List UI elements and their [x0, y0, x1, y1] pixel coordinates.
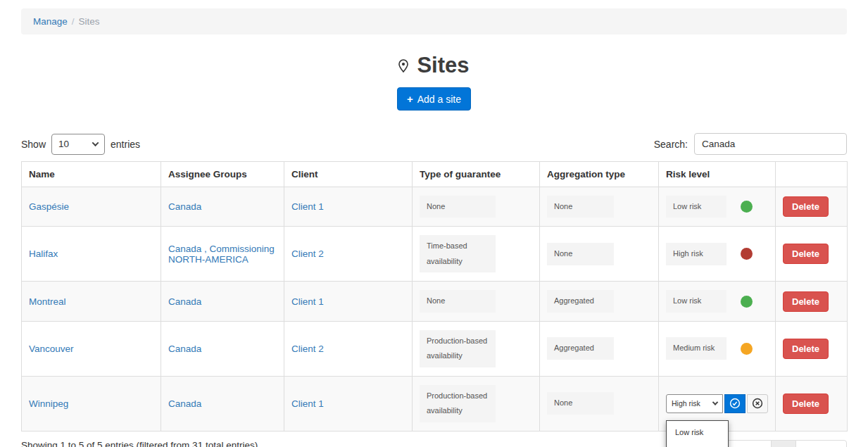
site-name-link[interactable]: Halifax	[29, 248, 58, 259]
column-header-name: Name	[22, 162, 161, 187]
table-row: Montreal Canada Client 1 None Aggregated…	[22, 282, 848, 321]
guarantee-value: Time-based availability	[420, 235, 496, 272]
search-input[interactable]	[694, 133, 847, 155]
delete-button[interactable]: Delete	[783, 339, 829, 359]
column-header-aggregation: Aggregation type	[540, 162, 659, 187]
risk-dot	[741, 343, 753, 355]
table-row: Vancouver Canada Client 2 Production-bas…	[22, 321, 848, 376]
risk-dot	[741, 201, 753, 213]
search-label: Search:	[654, 139, 688, 150]
add-site-button[interactable]: + Add a site	[397, 87, 471, 111]
pagination-next[interactable]: Next →	[795, 440, 847, 447]
guarantee-value: None	[420, 196, 496, 218]
risk-level-select[interactable]: High risk	[666, 394, 723, 413]
page-size-value: 10	[58, 139, 69, 149]
site-name-link[interactable]: Winnipeg	[29, 398, 68, 409]
site-name-link[interactable]: Vancouver	[29, 344, 74, 354]
risk-editor: High risk Low risk	[666, 394, 768, 413]
aggregation-value: None	[547, 392, 614, 414]
assignee-groups-link[interactable]: Canada	[168, 344, 201, 354]
client-link[interactable]: Client 1	[291, 398, 324, 409]
risk-value: Low risk	[666, 196, 727, 218]
map-marker-icon	[398, 59, 408, 73]
aggregation-value: None	[547, 243, 614, 265]
risk-value: Low risk	[666, 290, 727, 312]
chevron-down-icon	[712, 399, 718, 405]
site-name-link[interactable]: Montreal	[29, 296, 66, 307]
table-row: Halifax Canada , Commissioning NORTH-AME…	[22, 227, 848, 282]
breadcrumb-separator: /	[72, 16, 75, 27]
risk-dot	[741, 248, 753, 260]
guarantee-value: None	[420, 290, 496, 312]
times-circle-icon	[752, 398, 763, 409]
assignee-groups-link[interactable]: Canada	[168, 296, 201, 307]
assignee-groups-link[interactable]: Canada	[168, 398, 201, 409]
delete-button[interactable]: Delete	[783, 291, 829, 312]
breadcrumb: Manage/Sites	[21, 8, 847, 34]
dropdown-option-medium-risk[interactable]: Medium risk	[667, 443, 728, 447]
risk-value: High risk	[666, 243, 727, 265]
column-header-risk: Risk level	[659, 162, 776, 187]
guarantee-value: Production-based availability	[420, 330, 496, 367]
risk-level-selected-value: High risk	[672, 399, 700, 408]
plus-icon: +	[407, 93, 413, 105]
show-label: Show	[21, 139, 46, 150]
risk-level-dropdown: Low risk Medium risk High risk	[666, 420, 729, 447]
client-link[interactable]: Client 1	[291, 296, 324, 307]
page-size-select[interactable]: 10	[51, 134, 105, 155]
aggregation-value: None	[547, 196, 614, 218]
client-link[interactable]: Client 1	[291, 201, 324, 212]
table-row: Winnipeg Canada Client 1 Production-base…	[22, 376, 848, 431]
sites-table: Name Assignee Groups Client Type of guar…	[21, 161, 848, 432]
aggregation-value: Aggregated	[547, 290, 614, 312]
column-header-guarantee: Type of guarantee	[413, 162, 540, 187]
breadcrumb-current: Sites	[79, 16, 100, 27]
page-title-text: Sites	[417, 53, 469, 78]
risk-dot	[741, 296, 753, 308]
client-link[interactable]: Client 2	[291, 344, 324, 354]
aggregation-value: Aggregated	[547, 337, 614, 359]
page-title: Sites	[398, 53, 469, 78]
entries-label: entries	[111, 139, 140, 150]
confirm-risk-button[interactable]	[724, 394, 746, 413]
risk-value: Medium risk	[666, 337, 727, 359]
chevron-down-icon	[92, 139, 99, 146]
add-site-button-label: Add a site	[417, 94, 461, 105]
table-row: Gaspésie Canada Client 1 None None Low r…	[22, 187, 848, 227]
site-name-link[interactable]: Gaspésie	[29, 201, 69, 212]
dropdown-option-low-risk[interactable]: Low risk	[667, 421, 728, 443]
assignee-groups-link[interactable]: Canada	[168, 201, 201, 212]
check-circle-icon	[729, 398, 741, 409]
delete-button[interactable]: Delete	[783, 394, 829, 414]
guarantee-value: Production-based availability	[420, 385, 496, 422]
pagination-page-1[interactable]: 1	[771, 440, 796, 447]
client-link[interactable]: Client 2	[291, 248, 324, 259]
table-info: Showing 1 to 5 of 5 entries (filtered fr…	[21, 440, 258, 447]
cancel-risk-button[interactable]	[747, 394, 768, 413]
breadcrumb-link-manage[interactable]: Manage	[33, 16, 68, 27]
assignee-groups-link[interactable]: Canada , Commissioning NORTH-AMERICA	[168, 244, 275, 265]
column-header-client: Client	[284, 162, 413, 187]
column-header-assignee-groups: Assignee Groups	[161, 162, 284, 187]
delete-button[interactable]: Delete	[783, 244, 829, 264]
delete-button[interactable]: Delete	[783, 196, 829, 217]
table-header-row: Name Assignee Groups Client Type of guar…	[22, 162, 848, 187]
column-header-actions	[776, 162, 848, 187]
